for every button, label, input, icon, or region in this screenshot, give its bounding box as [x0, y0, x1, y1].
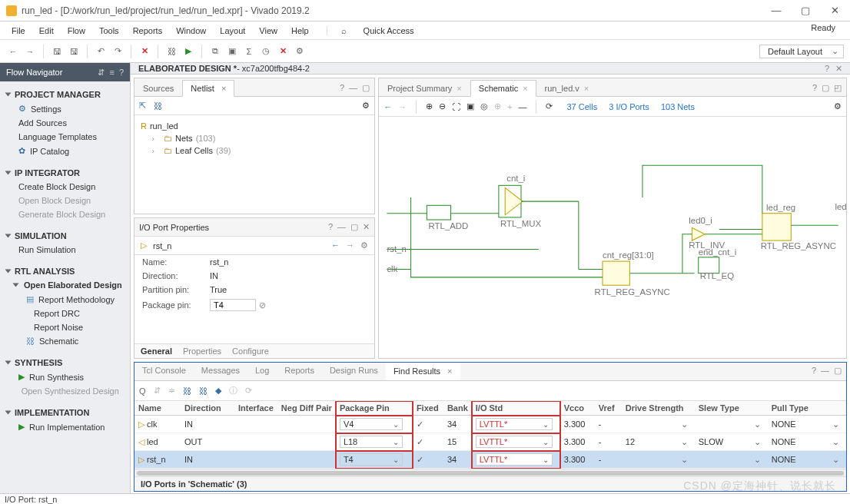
h-scrollbar[interactable]: [134, 469, 846, 476]
nav-open-elaborated[interactable]: Open Elaborated Design: [24, 280, 122, 290]
maximize-icon[interactable]: ▢: [362, 83, 370, 93]
nav-run-simulation[interactable]: Run Simulation: [3, 243, 127, 257]
prev-icon[interactable]: ←: [331, 240, 340, 250]
nav-ip-catalog[interactable]: IP Catalog: [30, 147, 69, 156]
help-icon[interactable]: ?: [825, 64, 829, 74]
maximize-icon[interactable]: ▢: [834, 366, 842, 377]
nav-run-implementation[interactable]: Run Implementation: [29, 423, 105, 432]
menu-layout[interactable]: Layout: [213, 26, 252, 35]
zoom-out-icon[interactable]: ⊖: [439, 101, 446, 111]
iostd-dropdown[interactable]: LVTTL*: [476, 436, 553, 448]
close-tab-icon[interactable]: ×: [447, 366, 452, 376]
nav-report-methodology[interactable]: Report Methodology: [38, 295, 115, 304]
clock-icon[interactable]: ◷: [259, 45, 273, 58]
refresh-icon[interactable]: ⟳: [546, 101, 553, 111]
iostd-dropdown[interactable]: LVTTL*: [476, 418, 553, 430]
checkmark-icon[interactable]: [417, 419, 423, 429]
nav-report-drc[interactable]: Report DRC: [3, 307, 127, 320]
tab-reports[interactable]: Reports: [277, 363, 322, 380]
tab-configure[interactable]: Configure: [232, 346, 269, 356]
collapse-icon[interactable]: ⇵: [98, 68, 105, 78]
nav-create-block-design[interactable]: Create Block Design: [3, 180, 127, 194]
close-icon[interactable]: ✕: [835, 64, 842, 74]
menu-view[interactable]: View: [252, 26, 284, 35]
info-io[interactable]: 3 I/O Ports: [609, 102, 649, 111]
info-cells[interactable]: 37 Cells: [566, 102, 597, 111]
tab-messages[interactable]: Messages: [194, 363, 247, 380]
help-icon[interactable]: ?: [328, 222, 333, 232]
help-icon[interactable]: ?: [119, 68, 124, 78]
chip-icon[interactable]: ▣: [225, 45, 239, 58]
close-icon[interactable]: ✕: [363, 222, 370, 232]
menu-edit[interactable]: Edit: [32, 26, 61, 35]
tree-nets[interactable]: Nets: [175, 134, 193, 143]
pkg-pin-dropdown[interactable]: L18: [340, 436, 403, 448]
nav-schematic[interactable]: Schematic: [39, 337, 78, 346]
tab-project-summary[interactable]: Project Summary×: [379, 80, 470, 97]
tree-root[interactable]: run_led: [150, 121, 178, 131]
minimize-icon[interactable]: —: [349, 83, 357, 93]
minimize-icon[interactable]: —: [821, 366, 829, 377]
restore-icon[interactable]: ◰: [834, 83, 842, 93]
highlight-icon[interactable]: ◆: [215, 386, 221, 396]
nav-lang-templates[interactable]: Language Templates: [3, 130, 127, 144]
back-icon[interactable]: ←: [6, 45, 20, 58]
clear-icon[interactable]: ⊘: [259, 300, 266, 310]
search-icon[interactable]: Q: [139, 386, 146, 396]
nav-simulation[interactable]: SIMULATION: [15, 231, 67, 240]
sigma-icon[interactable]: Σ: [242, 45, 256, 58]
menu-flow[interactable]: Flow: [61, 26, 92, 35]
tool-x-icon[interactable]: ✕: [276, 45, 290, 58]
menu-window[interactable]: Window: [169, 26, 213, 35]
menu-help[interactable]: Help: [284, 26, 316, 35]
select-icon[interactable]: ▣: [467, 101, 474, 111]
help-icon[interactable]: ?: [812, 366, 816, 377]
redo-icon[interactable]: ↷: [111, 45, 125, 58]
help-icon[interactable]: ?: [812, 83, 817, 93]
tab-design-runs[interactable]: Design Runs: [322, 363, 386, 380]
stack-icon[interactable]: ⧉: [208, 45, 222, 58]
run-icon[interactable]: ▶: [181, 45, 195, 58]
menu-file[interactable]: File: [5, 26, 32, 35]
minimize-icon[interactable]: —: [337, 222, 346, 232]
checkmark-icon[interactable]: [417, 437, 423, 446]
gear-icon[interactable]: ⚙: [834, 101, 842, 111]
quick-access[interactable]: ⌕Quick Access: [327, 26, 428, 35]
layout-dropdown[interactable]: Default Layout: [759, 45, 844, 58]
target-icon[interactable]: ◎: [480, 101, 488, 111]
pkg-pin-dropdown[interactable]: T4: [340, 453, 403, 466]
nav-run-synthesis[interactable]: Run Synthesis: [29, 373, 84, 382]
nav-synthesis[interactable]: SYNTHESIS: [15, 358, 62, 367]
rem-icon[interactable]: —: [518, 102, 526, 111]
expand-icon[interactable]: ⛓: [154, 101, 162, 111]
nav-project-manager[interactable]: PROJECT MANAGER: [15, 90, 101, 99]
minimize-button[interactable]: —: [767, 5, 785, 16]
close-button[interactable]: ✕: [825, 5, 844, 16]
maximize-button[interactable]: ▢: [796, 5, 815, 16]
ioprop-pkg-input[interactable]: [210, 299, 256, 311]
tree-icon[interactable]: ⛓: [183, 386, 191, 396]
close-tab-icon[interactable]: ×: [221, 84, 226, 93]
link-icon[interactable]: ⛓: [164, 45, 178, 58]
gear-icon[interactable]: ⚙: [360, 240, 368, 250]
hier-icon[interactable]: ≑: [168, 386, 175, 396]
tab-runled-v[interactable]: run_led.v×: [536, 80, 598, 97]
tab-tcl-console[interactable]: Tcl Console: [134, 363, 194, 380]
info-nets[interactable]: 103 Nets: [661, 102, 695, 111]
tab-netlist[interactable]: Netlist ×: [182, 80, 234, 97]
tab-find-results[interactable]: Find Results ×: [386, 363, 460, 380]
nav-add-sources[interactable]: Add Sources: [3, 116, 127, 130]
nav-ip-integrator[interactable]: IP INTEGRATOR: [15, 168, 80, 177]
zoom-in-icon[interactable]: ⊕: [426, 101, 433, 111]
iostd-dropdown[interactable]: LVTTL*: [476, 453, 553, 466]
tab-properties[interactable]: Properties: [183, 346, 221, 356]
fit-icon[interactable]: ⛶: [452, 102, 460, 111]
schematic-canvas[interactable]: rst_n clk led RTL_ADD RTL_MUX RTL_REG_AS…: [379, 117, 846, 358]
nav-report-noise[interactable]: Report Noise: [3, 320, 127, 334]
tab-sources[interactable]: Sources: [134, 80, 182, 97]
nav-implementation[interactable]: IMPLEMENTATION: [15, 408, 89, 417]
nav-rtl-analysis[interactable]: RTL ANALYSIS: [15, 267, 75, 276]
menu-reports[interactable]: Reports: [126, 26, 170, 35]
undo-icon[interactable]: ↶: [94, 45, 108, 58]
gear-icon[interactable]: ⚙: [362, 101, 370, 111]
